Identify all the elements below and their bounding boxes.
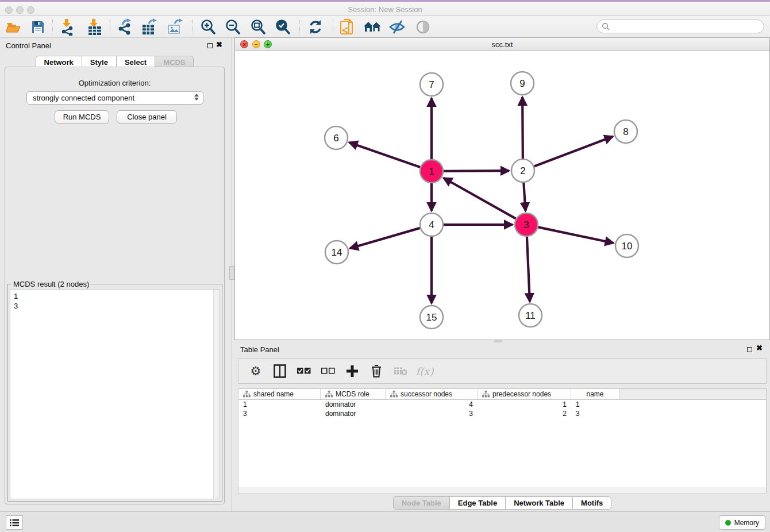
select-stepper-icon <box>194 94 199 101</box>
cell-MCDS-role[interactable]: dominator <box>321 409 386 418</box>
zoom-out-icon[interactable] <box>223 18 242 36</box>
memory-label: Memory <box>734 519 759 527</box>
node-11[interactable]: 11 <box>519 304 542 327</box>
task-history-button[interactable] <box>6 515 23 530</box>
column-header-MCDS-role[interactable]: MCDS role <box>321 389 386 399</box>
cell-name[interactable]: 1 <box>571 400 619 409</box>
cell-MCDS-role[interactable]: dominator <box>321 400 386 409</box>
apply-function-icon[interactable]: f(x) <box>417 363 433 379</box>
duplicate-network-icon[interactable] <box>337 18 357 36</box>
close-table-panel-icon[interactable]: ✖ <box>756 344 763 352</box>
home-layout-icon[interactable] <box>363 18 382 36</box>
column-header-filler <box>619 389 766 399</box>
zoom-in-icon[interactable] <box>198 18 218 36</box>
export-image-icon[interactable] <box>165 18 185 36</box>
show-column-icon[interactable] <box>272 363 288 379</box>
control-panel: Control Panel ✖ NetworkStyleSelectMCDS O… <box>0 38 229 511</box>
cell-predecessor-nodes[interactable]: 1 <box>478 400 571 409</box>
cell-successor-nodes[interactable]: 4 <box>386 400 478 409</box>
table-options-gear-icon[interactable]: ⚙ <box>248 363 264 379</box>
cell-shared-name[interactable]: 3 <box>238 409 321 418</box>
column-header-shared-name[interactable]: shared name <box>238 389 321 399</box>
close-panel-icon[interactable]: ✖ <box>216 40 222 49</box>
node-4[interactable]: 4 <box>420 213 443 236</box>
edge-3-10[interactable] <box>538 227 614 243</box>
result-scrollbar[interactable] <box>213 290 220 499</box>
node-7[interactable]: 7 <box>420 73 443 96</box>
cell-predecessor-nodes[interactable]: 2 <box>478 409 571 418</box>
import-table-icon[interactable] <box>85 18 105 36</box>
edge-1-6[interactable] <box>349 142 421 167</box>
network-graph[interactable]: 7968124314101511 <box>235 51 769 340</box>
column-label: MCDS role <box>336 390 369 398</box>
column-tree-icon <box>243 391 251 398</box>
mcds-result-textarea[interactable]: 1 3 <box>10 289 220 499</box>
export-table-icon[interactable] <box>140 18 160 36</box>
mcds-tab-content: Optimization criterion: strongly connect… <box>5 67 225 504</box>
mcds-result-group: MCDS result (2 nodes) 1 3 <box>7 284 222 502</box>
edge-2-8[interactable] <box>534 137 613 167</box>
cell-successor-nodes[interactable]: 3 <box>386 409 478 418</box>
node-2[interactable]: 2 <box>511 159 534 182</box>
float-panel-icon[interactable] <box>207 43 213 48</box>
edge-2-3[interactable] <box>523 183 525 211</box>
float-table-panel-icon[interactable] <box>747 347 752 352</box>
network-canvas[interactable]: 7968124314101511 <box>235 51 769 340</box>
memory-button[interactable]: Memory <box>719 515 765 530</box>
toolbar-separator <box>299 20 300 34</box>
edge-3-11[interactable] <box>527 237 530 302</box>
table-panel: Table Panel ✖ ⚙ f(x) shared nameMCDS rol… <box>234 342 770 511</box>
table-row[interactable]: 3dominator323 <box>238 409 766 418</box>
column-header-successor-nodes[interactable]: successor nodes <box>386 389 478 399</box>
import-network-icon[interactable] <box>58 18 78 36</box>
node-10[interactable]: 10 <box>615 234 638 257</box>
search-input[interactable] <box>596 20 764 33</box>
table-row[interactable]: 1dominator411 <box>238 400 766 409</box>
tab-network-table[interactable]: Network Table <box>505 496 572 510</box>
node-table[interactable]: shared nameMCDS rolesuccessor nodesprede… <box>238 388 767 487</box>
column-header-name[interactable]: name <box>571 389 619 399</box>
table-horizontal-scrollbar[interactable] <box>238 487 767 494</box>
deselect-all-icon[interactable] <box>320 363 336 379</box>
column-tree-icon <box>325 391 333 398</box>
close-panel-button[interactable]: Close panel <box>117 110 177 124</box>
node-1[interactable]: 1 <box>420 160 443 183</box>
delete-row-trash-icon[interactable] <box>368 363 384 379</box>
network-window-titlebar[interactable]: × − + scc.txt <box>235 38 769 51</box>
node-14[interactable]: 14 <box>325 241 348 264</box>
edge-2-9[interactable] <box>522 97 523 159</box>
svg-text:11: 11 <box>525 310 536 321</box>
tab-motifs[interactable]: Motifs <box>572 496 611 510</box>
node-3[interactable]: 3 <box>515 213 538 236</box>
show-panel-eye-icon[interactable] <box>413 18 433 36</box>
node-6[interactable]: 6 <box>325 126 348 149</box>
save-session-icon[interactable] <box>28 18 48 36</box>
node-9[interactable]: 9 <box>511 72 534 95</box>
criterion-select[interactable]: strongly connected component <box>26 91 203 105</box>
splitter-handle[interactable] <box>229 266 234 280</box>
refresh-layout-icon[interactable] <box>306 18 325 36</box>
export-network-icon[interactable] <box>115 18 134 36</box>
hide-panel-eye-icon[interactable] <box>387 18 407 36</box>
tab-edge-table[interactable]: Edge Table <box>449 496 505 510</box>
run-mcds-button[interactable]: Run MCDS <box>55 110 109 124</box>
open-session-icon[interactable] <box>4 18 24 36</box>
node-15[interactable]: 15 <box>420 306 443 329</box>
select-all-icon[interactable] <box>296 363 312 379</box>
cell-shared-name[interactable]: 1 <box>238 400 321 409</box>
svg-text:4: 4 <box>429 219 434 230</box>
add-row-plus-icon[interactable] <box>344 363 360 379</box>
edge-3-1[interactable] <box>444 178 516 219</box>
table-header-row: shared nameMCDS rolesuccessor nodesprede… <box>238 389 766 400</box>
edge-4-14[interactable] <box>350 228 420 248</box>
delete-table-icon[interactable] <box>392 363 409 379</box>
search-icon <box>602 22 610 30</box>
zoom-selected-icon[interactable] <box>273 18 292 36</box>
cell-name[interactable]: 3 <box>571 409 619 418</box>
zoom-fit-icon[interactable] <box>248 18 268 36</box>
toolbar-separator <box>110 20 110 34</box>
tab-node-table[interactable]: Node Table <box>393 496 449 510</box>
edge-1-2[interactable] <box>444 171 509 171</box>
node-8[interactable]: 8 <box>614 120 637 143</box>
column-header-predecessor-nodes[interactable]: predecessor nodes <box>478 389 571 399</box>
